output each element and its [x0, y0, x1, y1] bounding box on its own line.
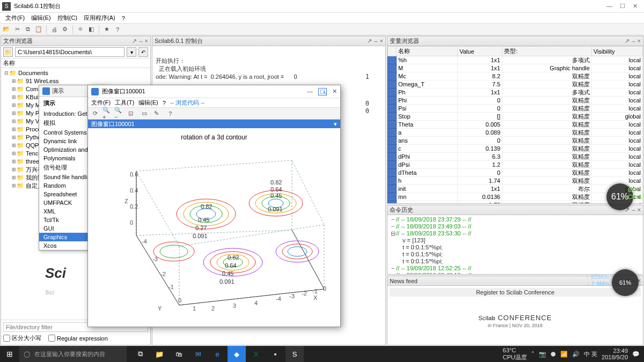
close-panel-icon[interactable]: ×: [145, 38, 148, 45]
table-row[interactable]: ans0双精度local: [388, 137, 643, 145]
module-icon[interactable]: ◧: [87, 25, 96, 34]
tray-up-icon[interactable]: ˄: [531, 351, 535, 358]
gfx-close-icon[interactable]: ✕: [332, 88, 337, 95]
app-scilab-icon[interactable]: S: [286, 346, 304, 362]
undock-icon[interactable]: ↗: [625, 38, 630, 45]
table-row[interactable]: Stop[]双精度global: [388, 113, 643, 121]
history-line[interactable]: −// -- 19/09/2018 12:52:25 -- //: [390, 265, 641, 272]
tray-wifi-icon[interactable]: 📶: [560, 351, 568, 358]
menu-edit[interactable]: 编辑(E): [29, 14, 53, 22]
task-view-icon[interactable]: ⧉: [131, 346, 149, 362]
history-body[interactable]: −// -- 18/09/2018 23:37:29 -- //−// -- 1…: [387, 215, 643, 274]
gfx-help-icon[interactable]: ?: [165, 109, 175, 119]
bookmark-icon[interactable]: ★: [103, 25, 111, 34]
zoom-out-icon[interactable]: 🔍−: [114, 109, 123, 119]
table-row[interactable]: mn0.0136双精度local: [388, 193, 643, 201]
gfx-menu-edit[interactable]: 编辑(E): [138, 99, 158, 107]
close-icon[interactable]: ✕: [633, 3, 638, 10]
path-input[interactable]: [15, 47, 125, 57]
datatip-icon[interactable]: ✎: [151, 109, 161, 119]
news-link[interactable]: Register to Scilab Conference: [390, 288, 641, 297]
table-row[interactable]: M1x1Graphic handlelocal: [388, 64, 643, 72]
menu-apps[interactable]: 应用程序(A): [82, 14, 118, 22]
tree-node[interactable]: ⊞📁91 WireLess: [1, 77, 150, 85]
gfx-browse-code[interactable]: -- 浏览代码 --: [170, 99, 205, 107]
app-manager-icon[interactable]: ◆: [228, 346, 246, 362]
minimize-panel-icon[interactable]: –: [632, 206, 635, 213]
history-line[interactable]: −// -- 18/09/2018 23:37:29 -- //: [390, 216, 641, 223]
copy-icon[interactable]: ⧉: [24, 25, 32, 34]
cut-icon[interactable]: ✂: [13, 25, 21, 34]
table-row[interactable]: Mc8.2双精度local: [388, 72, 643, 80]
table-row[interactable]: dPhi6.3双精度local: [388, 153, 643, 161]
table-row[interactable]: mx1.72双精度local: [388, 201, 643, 204]
table-row[interactable]: h1.74双精度local: [388, 177, 643, 185]
cpu-widget[interactable]: 61% 63°C 🍃CPU温度: [606, 183, 633, 210]
minimize-panel-icon[interactable]: –: [632, 38, 635, 45]
gfx-menu-help[interactable]: ?: [163, 100, 166, 106]
app-store-icon[interactable]: 🛍: [170, 346, 188, 362]
settings-icon[interactable]: ⚙: [61, 25, 69, 34]
close-panel-icon[interactable]: ×: [638, 38, 641, 45]
menu-file[interactable]: 文件(F): [3, 14, 27, 22]
search-box[interactable]: ◯ 在这里输入你要搜索的内容: [19, 346, 127, 362]
history-line[interactable]: t = 0:0.1:5*%pi;: [390, 251, 641, 258]
close-panel-icon[interactable]: ×: [638, 206, 641, 213]
select-icon[interactable]: ▭: [140, 109, 149, 119]
table-row[interactable]: c0.139双精度local: [388, 145, 643, 153]
app-mail-icon[interactable]: ✉: [189, 346, 207, 362]
tray-temp[interactable]: 63°CCPU温度: [503, 347, 527, 361]
tray-volume-icon[interactable]: 🔊: [572, 351, 580, 358]
network-widget[interactable]: 61% ↑ 925K/s↓ 2.9M/s: [612, 269, 639, 296]
table-row[interactable]: dTheta0双精度local: [388, 169, 643, 177]
table-row[interactable]: Theta0.005双精度local: [388, 121, 643, 129]
table-row[interactable]: Omega_T7.5双精度local: [388, 80, 643, 88]
regex-checkbox[interactable]: Regular expression: [48, 335, 108, 342]
history-line[interactable]: ⊟// -- 18/09/2018 23:53:30 -- //: [390, 230, 641, 237]
app-explorer-icon[interactable]: 📁: [150, 346, 169, 362]
print-icon[interactable]: 🖨: [50, 25, 58, 34]
tray-ime[interactable]: 中 英: [584, 350, 597, 358]
tray-clock[interactable]: 23:49 2018/9/20: [602, 348, 628, 360]
plot-canvas[interactable]: rotation of a 3d contour: [88, 128, 340, 327]
table-row[interactable]: Psi0双精度local: [388, 105, 643, 113]
menu-control[interactable]: 控制(C): [55, 14, 79, 22]
name-column-header[interactable]: 名称: [1, 58, 150, 68]
table-row[interactable]: init1x1布尔global: [388, 185, 643, 193]
tray-notifications-icon[interactable]: 💬: [632, 351, 640, 358]
folder-icon[interactable]: 📁: [3, 47, 13, 57]
gfx-menu-tools[interactable]: 工具(T): [115, 99, 134, 107]
minimize-panel-icon[interactable]: –: [374, 38, 377, 45]
history-line[interactable]: −// -- 18/09/2018 23:49:03 -- //: [390, 223, 641, 230]
table-row[interactable]: %h1x1多项式local: [388, 56, 643, 64]
tray-safe-icon[interactable]: ⬢: [551, 351, 556, 358]
paste-icon[interactable]: 📋: [34, 25, 43, 34]
app-terminal-icon[interactable]: ▪: [266, 346, 284, 362]
menu-help[interactable]: ?: [120, 15, 127, 21]
start-button[interactable]: ⊞: [0, 346, 19, 362]
tray-screenshot-icon[interactable]: 📷: [539, 351, 546, 358]
minimize-icon[interactable]: —: [606, 3, 612, 10]
path-up-icon[interactable]: ↶: [138, 47, 148, 57]
variable-table[interactable]: 名称 Value 类型: Visibility %h1x1多项式localM1x…: [387, 46, 643, 203]
maximize-icon[interactable]: ☐: [620, 3, 625, 10]
zoom-reset-icon[interactable]: ⊡: [126, 109, 135, 119]
case-checkbox[interactable]: 区分大小写: [3, 334, 41, 342]
zoom-in-icon[interactable]: 🔍+: [102, 109, 112, 119]
gfx-tab-menu-icon[interactable]: ▾: [334, 121, 337, 128]
table-row[interactable]: dPsi1.2双精度local: [388, 161, 643, 169]
history-line[interactable]: v = [123]: [390, 237, 641, 244]
history-line[interactable]: t = 0:0.1:5*%pi;: [390, 244, 641, 251]
table-row[interactable]: Ph1x1多项式local: [388, 88, 643, 97]
gfx-maximize-icon[interactable]: ☐: [318, 88, 327, 95]
table-row[interactable]: Phi0双精度local: [388, 97, 643, 105]
open-icon[interactable]: 📂: [2, 25, 11, 34]
rotate-icon[interactable]: ⟳: [90, 109, 100, 119]
gfx-minimize-icon[interactable]: —: [307, 88, 313, 95]
minimize-panel-icon[interactable]: –: [139, 38, 142, 45]
table-row[interactable]: a0.089双精度local: [388, 129, 643, 137]
path-dropdown-icon[interactable]: ▾: [127, 47, 136, 57]
history-line[interactable]: t = 0:0.1:5*%pi;: [390, 258, 641, 265]
close-panel-icon[interactable]: ×: [380, 38, 383, 45]
gfx-menu-file[interactable]: 文件(F): [91, 99, 111, 107]
